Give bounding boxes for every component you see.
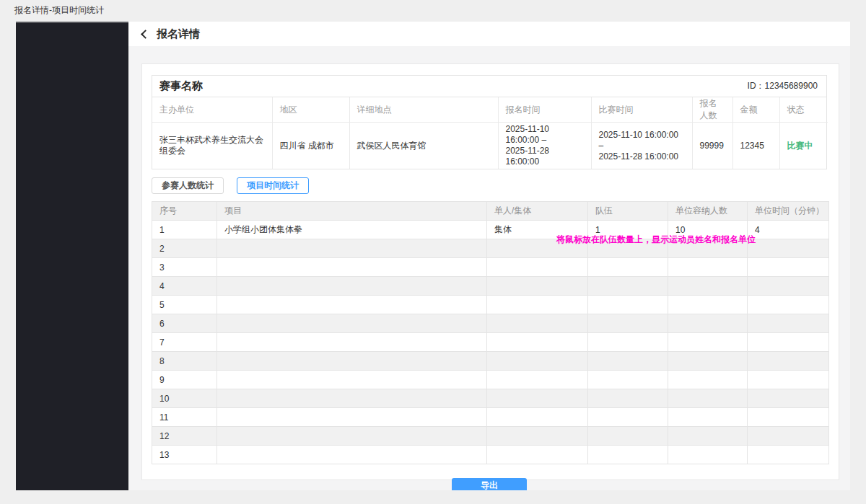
table-cell: [748, 352, 829, 371]
table-cell: [487, 314, 588, 333]
table-row: 12: [152, 427, 829, 446]
event-info-value-cell: 张三丰杯武术养生交流大会组委会: [152, 123, 272, 169]
window-title: 报名详情-项目时间统计: [14, 4, 104, 17]
event-info-col-header: 金额: [732, 97, 779, 123]
hover-hint-annotation: 将鼠标放在队伍数量上，显示运动员姓名和报名单位: [556, 234, 756, 246]
table-cell: [217, 239, 487, 258]
table-cell: 8: [152, 352, 217, 371]
table-cell: [668, 446, 748, 464]
table-cell: 12: [152, 427, 217, 446]
table-cell: [668, 277, 748, 296]
table-cell: [217, 314, 487, 333]
event-info-value-cell: 四川省 成都市: [272, 123, 349, 169]
table-row: 10: [152, 389, 829, 408]
table-cell: [668, 352, 748, 371]
table-cell: [668, 314, 748, 333]
table-cell: [487, 352, 588, 371]
event-name: 赛事名称: [159, 79, 203, 93]
table-cell: [487, 258, 588, 277]
table-col-header: 队伍: [588, 202, 668, 221]
tab-project-time-stats[interactable]: 项目时间统计: [237, 177, 309, 194]
table-cell: [588, 333, 668, 352]
table-cell: 2: [152, 239, 217, 258]
detail-card: 赛事名称 ID：12345689900 主办单位地区详细地点报名时间比赛时间报名…: [141, 63, 839, 480]
table-header-row: 序号项目单人/集体队伍单位容纳人数单位时间（分钟）: [152, 202, 829, 221]
back-button[interactable]: 报名详情: [142, 27, 200, 41]
table-row: 8: [152, 352, 829, 371]
table-col-header: 单位时间（分钟）: [748, 202, 829, 221]
event-info-col-header: 地区: [272, 97, 349, 123]
table-cell: [668, 333, 748, 352]
table-cell: [487, 427, 588, 446]
table-cell: [217, 408, 487, 427]
table-cell: 3: [152, 258, 217, 277]
event-title-row: 赛事名称 ID：12345689900: [152, 76, 826, 97]
table-row: 7: [152, 333, 829, 352]
event-info-table: 主办单位地区详细地点报名时间比赛时间报名人数金额状态 张三丰杯武术养生交流大会组…: [152, 97, 828, 169]
table-cell: 11: [152, 408, 217, 427]
table-cell: [487, 277, 588, 296]
event-id-label: ID：: [748, 81, 765, 91]
table-cell: [748, 427, 829, 446]
table-cell: [668, 258, 748, 277]
back-chevron-icon: [141, 30, 150, 39]
table-cell: [588, 258, 668, 277]
table-cell: [487, 371, 588, 389]
table-cell: 4: [152, 277, 217, 296]
table-col-header: 单人/集体: [487, 202, 588, 221]
event-info-value-cell: 武侯区人民体育馆: [349, 123, 498, 169]
table-cell: [748, 408, 829, 427]
event-info-col-header: 比赛时间: [591, 97, 692, 123]
table-row: 11: [152, 408, 829, 427]
table-cell: [748, 277, 829, 296]
table-cell: [588, 371, 668, 389]
table-cell: [217, 296, 487, 314]
table-col-header: 序号: [152, 202, 217, 221]
event-info-box: 赛事名称 ID：12345689900 主办单位地区详细地点报名时间比赛时间报名…: [152, 75, 827, 169]
table-cell: [668, 389, 748, 408]
event-info-header-row: 主办单位地区详细地点报名时间比赛时间报名人数金额状态: [152, 97, 828, 123]
table-row: 4: [152, 277, 829, 296]
table-cell: [217, 352, 487, 371]
table-cell: [217, 371, 487, 389]
page-header: 报名详情: [128, 22, 850, 46]
table-cell: [748, 371, 829, 389]
event-info-col-header: 主办单位: [152, 97, 272, 123]
table-cell: [748, 446, 829, 464]
table-cell: [487, 296, 588, 314]
page-title: 报名详情: [157, 27, 200, 41]
table-cell: [588, 352, 668, 371]
event-id: ID：12345689900: [748, 80, 818, 92]
event-info-value-cell: 2025-11-10 16:00:00 – 2025-11-28 16:00:0…: [498, 123, 591, 169]
table-cell: [588, 296, 668, 314]
table-cell: [748, 314, 829, 333]
table-cell: [748, 296, 829, 314]
export-button[interactable]: 导出: [452, 478, 527, 490]
table-cell: [217, 446, 487, 464]
table-cell: [217, 258, 487, 277]
sidebar: [16, 22, 128, 490]
table-cell: 小学组小团体集体拳: [217, 221, 487, 239]
table-cell: 5: [152, 296, 217, 314]
table-cell: [588, 314, 668, 333]
table-cell: 1: [152, 221, 217, 239]
table-cell: [217, 333, 487, 352]
event-info-col-header: 状态: [779, 97, 828, 123]
table-row: 6: [152, 314, 829, 333]
event-info-col-header: 报名人数: [692, 97, 732, 123]
table-cell: [588, 446, 668, 464]
table-cell: 10: [152, 389, 217, 408]
table-cell: [487, 446, 588, 464]
table-row: 5: [152, 296, 829, 314]
stat-tabs: 参赛人数统计 项目时间统计: [152, 177, 827, 194]
table-cell: [668, 296, 748, 314]
table-col-header: 项目: [217, 202, 487, 221]
table-cell: 13: [152, 446, 217, 464]
table-cell: [487, 408, 588, 427]
table-cell: [668, 427, 748, 446]
table-cell: [588, 427, 668, 446]
table-row: 13: [152, 446, 829, 464]
table-cell: [748, 239, 829, 258]
table-cell: [748, 389, 829, 408]
tab-participant-count-stats[interactable]: 参赛人数统计: [152, 177, 224, 194]
